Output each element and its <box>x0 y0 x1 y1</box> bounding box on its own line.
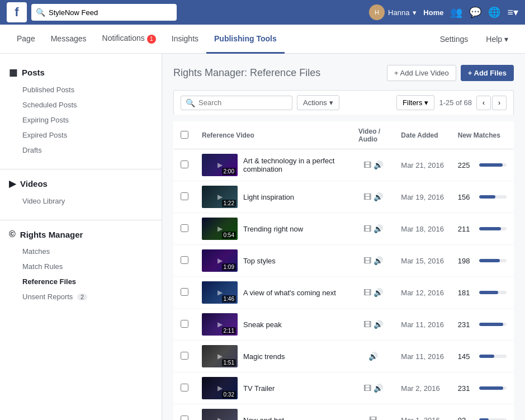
sidebar: ▦ Posts Published Posts Scheduled Posts … <box>0 54 162 420</box>
match-count: 231 <box>458 320 475 329</box>
video-thumbnail[interactable]: ▶ 0:54 <box>202 218 238 240</box>
video-duration: 0:32 <box>222 391 236 398</box>
row-checkbox-cell <box>174 341 196 372</box>
video-title[interactable]: A view of what's coming next <box>243 289 336 297</box>
row-checkbox-cell <box>174 404 196 421</box>
video-thumbnail[interactable]: ▶ 2:11 <box>202 313 238 336</box>
video-title[interactable]: New and hot <box>243 416 284 421</box>
pagination-next-button[interactable]: › <box>492 96 507 110</box>
video-thumbnail[interactable]: ▶ 1:09 <box>202 249 238 272</box>
sidebar-item-matches[interactable]: Matches <box>0 244 162 259</box>
match-bar-wrapper: 211 <box>458 225 507 233</box>
video-cell-content: ▶ 1:22 Light inspiration <box>202 186 345 208</box>
sidebar-item-match-rules[interactable]: Match Rules <box>0 259 162 274</box>
row-matches-cell: 181 <box>451 277 514 309</box>
video-media-icon: 🎞 <box>363 288 371 297</box>
video-thumbnail[interactable]: ▶ 2:00 <box>202 154 238 176</box>
row-checkbox[interactable] <box>181 320 188 328</box>
video-thumbnail[interactable]: ▶ 1:22 <box>202 186 238 208</box>
messages-icon[interactable]: 💬 <box>469 6 481 18</box>
video-thumbnail[interactable]: ▶ 1:51 <box>202 345 238 367</box>
row-checkbox[interactable] <box>181 224 188 232</box>
tab-settings[interactable]: Settings <box>432 26 476 53</box>
tab-insights[interactable]: Insights <box>164 25 206 54</box>
video-duration: 1:46 <box>222 295 236 303</box>
sidebar-item-expiring-posts[interactable]: Expiring Posts <box>0 112 162 128</box>
video-title[interactable]: Light inspiration <box>243 193 294 201</box>
row-matches-cell: 231 <box>451 309 514 341</box>
nav-right-section: H Hanna ▾ Home 👥 💬 🌐 ≡▾ <box>369 4 518 20</box>
tab-publishing-tools[interactable]: Publishing Tools <box>206 25 285 54</box>
tab-right-section: Settings Help ▾ <box>432 26 516 52</box>
add-files-button[interactable]: + Add Files <box>461 65 514 81</box>
video-thumbnail[interactable]: ▶ 0:32 <box>202 377 238 399</box>
more-icon[interactable]: ≡▾ <box>507 6 518 18</box>
user-name: Hanna <box>388 8 409 17</box>
user-menu[interactable]: H Hanna ▾ <box>369 4 417 20</box>
play-icon: ▶ <box>217 384 223 392</box>
table-search-input[interactable] <box>198 98 287 107</box>
sidebar-item-expired-posts[interactable]: Expired Posts <box>0 128 162 143</box>
match-bar-wrapper: 225 <box>458 161 507 169</box>
video-title[interactable]: TV Trailer <box>243 384 275 393</box>
row-matches-cell: 145 <box>451 341 514 372</box>
actions-button[interactable]: Actions ▾ <box>297 95 339 110</box>
row-checkbox[interactable] <box>181 192 188 200</box>
row-checkbox[interactable] <box>181 384 188 391</box>
date-added: Mar 1, 2016 <box>401 416 439 420</box>
video-duration: 0:54 <box>222 232 236 239</box>
video-title[interactable]: Magic trends <box>243 352 285 361</box>
pagination-prev-button[interactable]: ‹ <box>476 96 491 110</box>
row-checkbox[interactable] <box>181 416 188 421</box>
tab-notifications[interactable]: Notifications1 <box>94 25 164 54</box>
row-checkbox[interactable] <box>181 352 188 360</box>
table-header-row: Reference Video Video / Audio Date Added… <box>174 122 514 149</box>
page-tabs-bar: Page Messages Notifications1 Insights Pu… <box>0 25 525 54</box>
video-table: Reference Video Video / Audio Date Added… <box>173 121 514 420</box>
sidebar-item-reference-files[interactable]: Reference Files <box>0 274 162 289</box>
video-media-icon: 🎞 <box>369 416 377 420</box>
match-bar-wrapper: 231 <box>458 384 507 393</box>
row-checkbox[interactable] <box>181 161 188 168</box>
audio-media-icon: 🔊 <box>373 161 383 169</box>
globe-icon[interactable]: 🌐 <box>488 6 500 18</box>
row-checkbox[interactable] <box>181 288 188 296</box>
table-row: ▶ 1:51 Magic trends 🔊 Mar 11, 2016 145 <box>174 341 514 372</box>
posts-icon: ▦ <box>9 67 17 78</box>
table-search-wrap[interactable]: 🔍 <box>181 96 292 110</box>
friends-icon[interactable]: 👥 <box>450 6 462 18</box>
sidebar-item-scheduled-posts[interactable]: Scheduled Posts <box>0 97 162 112</box>
match-bar-fill <box>479 386 503 390</box>
row-video-cell: ▶ 0:54 Trending right now <box>195 213 352 245</box>
add-live-video-button[interactable]: + Add Live Video <box>387 65 456 81</box>
tab-help[interactable]: Help ▾ <box>478 26 516 53</box>
sidebar-item-video-library[interactable]: Video Library <box>0 194 162 209</box>
select-all-checkbox[interactable] <box>181 131 188 139</box>
actions-label: Actions <box>303 98 327 107</box>
row-video-cell: ▶ 1:22 Light inspiration <box>195 181 352 213</box>
match-bar-background <box>479 227 507 230</box>
video-thumbnail[interactable]: ▶ 2:00 <box>202 409 238 420</box>
sidebar-item-unsent-reports[interactable]: Unsent Reports 2 <box>0 289 162 304</box>
video-thumbnail[interactable]: ▶ 1:46 <box>202 281 238 304</box>
video-title[interactable]: Art & technology in a perfect combinatio… <box>243 157 345 173</box>
row-date-cell: Mar 11, 2016 <box>394 309 451 341</box>
sidebar-section-videos: ▶ Videos Video Library <box>0 174 162 209</box>
row-matches-cell: 156 <box>451 181 514 213</box>
global-search-bar[interactable]: 🔍 <box>31 4 177 21</box>
filters-button[interactable]: Filters ▾ <box>396 95 434 110</box>
sidebar-item-published-posts[interactable]: Published Posts <box>0 82 162 97</box>
row-checkbox[interactable] <box>181 256 188 264</box>
sidebar-item-drafts[interactable]: Drafts <box>0 143 162 158</box>
header-checkbox-col <box>174 122 196 149</box>
tab-page[interactable]: Page <box>9 25 43 54</box>
global-search-input[interactable] <box>49 8 172 17</box>
row-checkbox-cell <box>174 277 196 309</box>
facebook-logo-icon[interactable]: f <box>7 2 27 22</box>
video-title[interactable]: Trending right now <box>243 225 303 233</box>
home-link[interactable]: Home <box>423 8 443 17</box>
video-title[interactable]: Top styles <box>243 257 276 265</box>
video-title[interactable]: Sneak peak <box>243 320 282 329</box>
row-video-cell: ▶ 1:51 Magic trends <box>195 341 352 372</box>
tab-messages[interactable]: Messages <box>43 25 94 54</box>
